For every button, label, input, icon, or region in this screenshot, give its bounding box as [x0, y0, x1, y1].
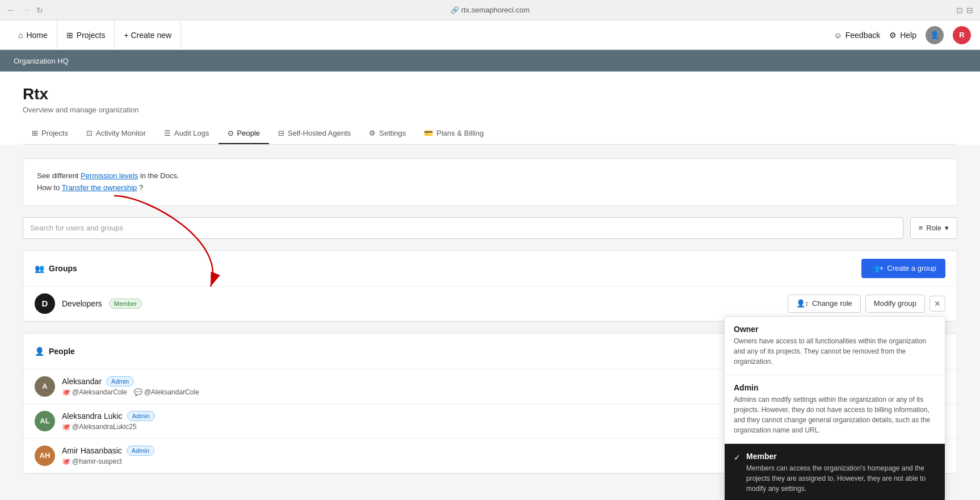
group-name-developers: Developers	[62, 299, 102, 308]
person-badge-aleksandra: Admin	[127, 411, 155, 421]
tab-plans-billing[interactable]: 💳 Plans & Billing	[415, 123, 493, 144]
person-avatar-amir: AH	[35, 446, 55, 466]
person-name-aleksandar: Aleksandar	[62, 377, 102, 386]
person-name-amir: Amir Hasanbasic	[62, 446, 122, 455]
person-avatar-aleksandra: AL	[35, 411, 55, 431]
remove-group-button[interactable]: ✕	[929, 296, 945, 312]
page-header: Rtx Overview and manage organization ⊞ P…	[0, 72, 980, 145]
person-icon: 👤	[35, 347, 44, 356]
feedback-button[interactable]: ☺ Feedback	[834, 31, 880, 40]
nav-create-new[interactable]: + Create new	[115, 20, 181, 50]
activity-icon: ⊡	[86, 129, 92, 137]
audit-icon: ☰	[164, 129, 171, 137]
main-content: See different Permission levels in the D…	[0, 145, 980, 500]
settings-icon: ⚙	[369, 129, 376, 137]
user-initial-avatar[interactable]: R	[953, 26, 971, 44]
agents-icon: ⊟	[278, 129, 284, 137]
github-icon-aleksandra: 🐙	[62, 423, 70, 431]
filter-icon: ≡	[919, 224, 923, 232]
billing-icon: 💳	[424, 129, 433, 137]
help-icon: ⚙	[889, 31, 897, 40]
github-icon-amir: 🐙	[62, 457, 70, 465]
tab-projects[interactable]: ⊞ Projects	[23, 123, 77, 144]
people-icon: ⊙	[228, 129, 234, 137]
search-row: ≡ Role ▾	[23, 217, 957, 239]
person-avatar-aleksandar: A	[35, 376, 55, 397]
group-row-actions: 👤↕ Change role Modify group ✕	[788, 295, 945, 313]
chevron-down-icon: ▾	[945, 224, 949, 232]
selected-check-icon: ✓	[734, 453, 741, 462]
nav-home[interactable]: ⌂ Home	[9, 20, 57, 50]
projects-tab-icon: ⊞	[32, 129, 38, 137]
groups-section-header: 👥 Groups 👥+ Create a group	[23, 251, 957, 287]
person-badge-amir: Admin	[127, 446, 154, 456]
create-group-button[interactable]: 👥+ Create a group	[861, 259, 945, 278]
tab-settings[interactable]: ⚙ Settings	[360, 123, 415, 144]
person-name-aleksandra: Aleksandra Lukic	[62, 411, 123, 421]
role-filter-button[interactable]: ≡ Role ▾	[910, 217, 957, 239]
nav-projects[interactable]: ⊞ Projects	[57, 20, 115, 50]
groups-title: 👥 Groups	[35, 264, 77, 273]
group-avatar-developers: D	[35, 293, 55, 314]
tab-activity-monitor[interactable]: ⊡ Activity Monitor	[77, 123, 155, 144]
home-icon: ⌂	[18, 31, 23, 40]
feedback-icon: ☺	[834, 31, 842, 40]
group-badge-developers: Member	[109, 299, 142, 309]
org-bar: Organization HQ	[0, 50, 980, 72]
reload-button[interactable]: ↻	[36, 6, 43, 15]
page-subtitle: Overview and manage organization	[23, 106, 957, 114]
user-avatar[interactable]: 👤	[926, 26, 944, 44]
groups-icon: 👥	[35, 264, 44, 273]
transfer-ownership-link[interactable]: Transfer the ownership	[62, 183, 137, 192]
tab-self-hosted-agents[interactable]: ⊟ Self-Hosted Agents	[269, 123, 360, 144]
person-badge-aleksandar: Admin	[106, 376, 134, 386]
slack-icon: 💬	[134, 388, 142, 396]
modify-group-button[interactable]: Modify group	[865, 295, 925, 313]
people-title: 👤 People	[35, 347, 75, 356]
change-role-button-developers[interactable]: 👤↕ Change role	[788, 295, 861, 313]
permission-levels-link[interactable]: Permission levels	[81, 171, 138, 180]
role-option-owner[interactable]: Owner Owners have access to all function…	[725, 317, 945, 375]
tabs-nav: ⊞ Projects ⊡ Activity Monitor ☰ Audit Lo…	[23, 123, 957, 145]
groups-section: 👥 Groups 👥+ Create a group D Developers …	[23, 250, 957, 322]
projects-icon: ⊞	[66, 31, 73, 40]
github-icon: 🐙	[62, 388, 70, 396]
search-input[interactable]	[23, 217, 903, 239]
add-group-icon: 👥+	[870, 264, 884, 272]
window-control: ⊡	[956, 6, 963, 15]
help-button[interactable]: ⚙ Help	[889, 31, 916, 40]
url-bar: 🔗 rtx.semaphoreci.com	[451, 6, 530, 14]
window-split: ⊟	[966, 6, 973, 15]
role-option-member[interactable]: ✓ Member Members can access the organiza…	[725, 444, 945, 500]
tab-audit-logs[interactable]: ☰ Audit Logs	[155, 123, 218, 144]
page-title: Rtx	[23, 85, 957, 103]
role-option-admin[interactable]: Admin Admins can modify settings within …	[725, 375, 945, 444]
role-dropdown: Owner Owners have access to all function…	[724, 316, 945, 500]
change-role-icon: 👤↕	[796, 299, 809, 308]
group-row-developers: D Developers Member 👤↕ Change role Modif…	[23, 287, 957, 321]
forward-button[interactable]: →	[22, 5, 31, 15]
back-button[interactable]: ←	[7, 5, 16, 15]
tab-people[interactable]: ⊙ People	[218, 123, 269, 144]
info-box: See different Permission levels in the D…	[23, 158, 957, 206]
